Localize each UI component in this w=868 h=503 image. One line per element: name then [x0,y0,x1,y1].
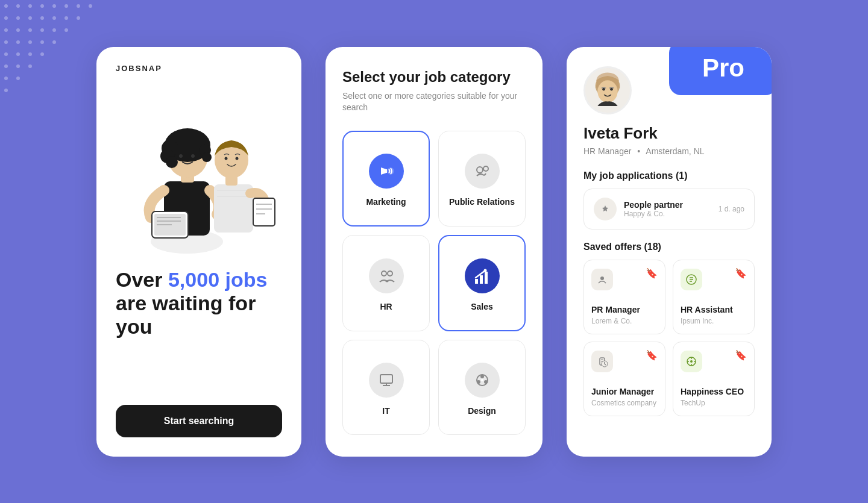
pr-manager-company: Lorem & Co. [591,317,658,325]
svg-point-32 [28,64,32,68]
svg-point-2 [28,4,32,8]
svg-point-72 [483,269,486,272]
happiness-ceo-title: Happiness CEO [681,387,747,396]
category-hr[interactable]: HR [342,235,430,331]
svg-point-22 [16,40,20,44]
start-searching-button[interactable]: Start searching [116,405,282,437]
svg-point-66 [483,166,488,171]
svg-point-80 [481,379,483,381]
junior-manager-company: Cosmetics company [591,399,658,407]
heading-over: Over [116,268,168,291]
svg-rect-73 [380,375,392,383]
categories-card: Select your job category Select one or m… [326,47,542,457]
hr-label: HR [380,302,392,311]
categories-title: Select your job category [342,69,526,86]
hr-icon [369,258,404,293]
svg-point-67 [382,271,386,276]
junior-manager-bookmark: 🔖 [646,349,658,361]
saved-offer-junior-manager[interactable]: 🔖 Junior Manager Cosmetics company [583,342,665,416]
jobsnap-card: JOBSNAP [96,47,301,457]
svg-point-48 [166,156,178,168]
categories-subtitle: Select one or more categories suitable f… [342,90,526,114]
svg-point-26 [4,52,8,56]
heading-count: 5,000 jobs [168,268,267,291]
svg-rect-71 [485,272,488,284]
heading-rest: are waiting for you [116,292,256,338]
saved-offer-pr-manager[interactable]: 🔖 PR Manager Lorem & Co. [583,260,665,334]
svg-point-51 [179,154,183,158]
svg-point-18 [40,28,44,32]
svg-point-4 [52,4,56,8]
svg-point-8 [4,16,8,20]
saved-offers-grid: 🔖 PR Manager Lorem & Co. 🔖 HR Assistant … [583,260,755,416]
job-app-title: People partner [624,200,711,210]
svg-point-29 [40,52,44,56]
svg-point-85 [602,87,605,90]
svg-point-28 [28,52,32,56]
svg-point-50 [202,152,212,162]
job-app-icon [594,198,617,220]
sales-label: Sales [471,302,493,311]
job-app-info: People partner Happy & Co. [624,200,711,218]
category-sales[interactable]: Sales [438,235,526,331]
sales-icon [465,258,500,293]
svg-point-86 [610,87,613,90]
happiness-ceo-icon [681,351,702,372]
category-design[interactable]: Design [438,340,526,435]
saved-offer-happiness-ceo[interactable]: 🔖 Happiness CEO TechUp [673,342,755,416]
profile-name: Iveta Fork [583,124,755,143]
svg-point-16 [16,28,20,32]
svg-point-9 [16,16,20,20]
meta-dot: • [637,146,640,156]
svg-point-0 [4,4,8,8]
svg-rect-70 [480,275,483,284]
svg-point-34 [16,77,20,80]
marketing-label: Marketing [366,197,406,207]
saved-offers-title: Saved offers (18) [583,242,755,252]
pr-label: Public Relations [449,197,515,207]
svg-point-17 [28,28,32,32]
svg-point-7 [89,4,92,8]
marketing-icon [369,154,404,189]
jobsnap-illustration [121,85,277,254]
pro-badge: Pro [669,47,772,95]
it-label: IT [382,406,389,416]
svg-point-65 [477,167,483,173]
svg-point-77 [480,375,484,378]
svg-point-100 [690,360,693,363]
saved-offer-hr-assistant[interactable]: 🔖 HR Assistant Ipsum Inc. [673,260,755,334]
happiness-ceo-company: TechUp [681,399,747,407]
job-app-time: 1 d. ago [719,205,744,213]
svg-point-62 [225,157,228,160]
svg-point-33 [4,77,8,80]
profile-meta: HR Manager • Amsterdam, NL [583,146,755,156]
svg-point-13 [64,16,68,20]
svg-point-5 [64,4,68,8]
svg-point-23 [28,40,32,44]
svg-point-21 [4,40,8,44]
svg-point-24 [40,40,44,44]
hr-assistant-bookmark: 🔖 [735,267,747,279]
junior-manager-title: Junior Manager [591,387,658,396]
hr-assistant-icon [681,269,702,290]
svg-point-79 [477,380,480,384]
svg-point-63 [236,157,239,160]
job-app-company: Happy & Co. [624,210,711,218]
pr-manager-icon [591,269,613,290]
svg-point-15 [4,28,8,32]
svg-point-35 [4,89,8,92]
category-pr[interactable]: Public Relations [438,131,526,227]
category-it[interactable]: IT [342,340,430,435]
category-marketing[interactable]: Marketing [342,131,430,227]
svg-point-25 [52,40,56,44]
pr-manager-bookmark: 🔖 [646,267,658,279]
it-icon [369,363,404,398]
svg-point-30 [4,64,8,68]
applications-title: My job applications (1) [583,170,755,181]
job-application-item[interactable]: People partner Happy & Co. 1 d. ago [583,189,755,230]
svg-point-11 [40,16,44,20]
svg-point-14 [77,16,80,20]
svg-point-52 [191,154,195,158]
hr-assistant-company: Ipsum Inc. [681,317,747,325]
svg-point-19 [52,28,56,32]
